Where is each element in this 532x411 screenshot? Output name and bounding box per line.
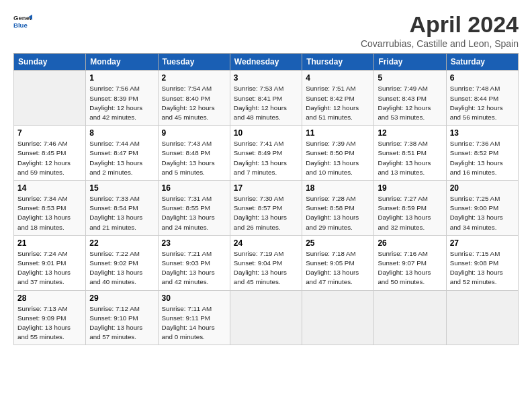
- day-info: Sunrise: 7:22 AM Sunset: 9:02 PM Dayligh…: [89, 249, 154, 287]
- calendar-cell: 1Sunrise: 7:56 AM Sunset: 8:39 PM Daylig…: [86, 71, 158, 126]
- day-info: Sunrise: 7:53 AM Sunset: 8:41 PM Dayligh…: [234, 84, 298, 122]
- day-info: Sunrise: 7:19 AM Sunset: 9:04 PM Dayligh…: [234, 249, 298, 287]
- calendar-cell: 22Sunrise: 7:22 AM Sunset: 9:02 PM Dayli…: [86, 235, 158, 290]
- calendar-cell: 7Sunrise: 7:46 AM Sunset: 8:45 PM Daylig…: [14, 126, 86, 181]
- day-number: 23: [162, 238, 226, 248]
- day-info: Sunrise: 7:16 AM Sunset: 9:07 PM Dayligh…: [378, 249, 442, 287]
- day-info: Sunrise: 7:28 AM Sunset: 8:58 PM Dayligh…: [306, 194, 370, 232]
- week-row-4: 21Sunrise: 7:24 AM Sunset: 9:01 PM Dayli…: [14, 235, 519, 290]
- day-number: 5: [378, 73, 442, 83]
- day-number: 20: [450, 183, 515, 193]
- col-thursday: Thursday: [302, 54, 374, 71]
- day-number: 10: [234, 128, 298, 138]
- day-number: 25: [306, 238, 370, 248]
- calendar-cell: 13Sunrise: 7:36 AM Sunset: 8:52 PM Dayli…: [446, 126, 518, 181]
- day-number: 17: [234, 183, 298, 193]
- day-info: Sunrise: 7:11 AM Sunset: 9:11 PM Dayligh…: [162, 304, 226, 342]
- day-info: Sunrise: 7:31 AM Sunset: 8:55 PM Dayligh…: [162, 194, 226, 232]
- calendar-cell: [14, 71, 86, 126]
- day-info: Sunrise: 7:34 AM Sunset: 8:53 PM Dayligh…: [17, 194, 82, 232]
- calendar-cell: 10Sunrise: 7:41 AM Sunset: 8:49 PM Dayli…: [230, 126, 302, 181]
- day-info: Sunrise: 7:46 AM Sunset: 8:45 PM Dayligh…: [17, 139, 82, 177]
- calendar-cell: 18Sunrise: 7:28 AM Sunset: 8:58 PM Dayli…: [302, 181, 374, 236]
- calendar-cell: 15Sunrise: 7:33 AM Sunset: 8:54 PM Dayli…: [86, 181, 158, 236]
- day-info: Sunrise: 7:33 AM Sunset: 8:54 PM Dayligh…: [89, 194, 154, 232]
- day-info: Sunrise: 7:36 AM Sunset: 8:52 PM Dayligh…: [450, 139, 515, 177]
- day-number: 21: [17, 238, 82, 248]
- day-number: 13: [450, 128, 515, 138]
- calendar-header-row: Sunday Monday Tuesday Wednesday Thursday…: [14, 54, 519, 71]
- day-number: 8: [89, 128, 154, 138]
- calendar-cell: 5Sunrise: 7:49 AM Sunset: 8:43 PM Daylig…: [374, 71, 446, 126]
- day-info: Sunrise: 7:12 AM Sunset: 9:10 PM Dayligh…: [89, 304, 154, 342]
- day-number: 11: [306, 128, 370, 138]
- day-info: Sunrise: 7:15 AM Sunset: 9:08 PM Dayligh…: [450, 249, 515, 287]
- day-number: 27: [450, 238, 515, 248]
- day-info: Sunrise: 7:41 AM Sunset: 8:49 PM Dayligh…: [234, 139, 298, 177]
- day-info: Sunrise: 7:21 AM Sunset: 9:03 PM Dayligh…: [162, 249, 226, 287]
- day-info: Sunrise: 7:30 AM Sunset: 8:57 PM Dayligh…: [234, 194, 298, 232]
- day-info: Sunrise: 7:13 AM Sunset: 9:09 PM Dayligh…: [17, 304, 82, 342]
- day-number: 14: [17, 183, 82, 193]
- calendar-cell: 20Sunrise: 7:25 AM Sunset: 9:00 PM Dayli…: [446, 181, 518, 236]
- svg-text:Blue: Blue: [13, 21, 28, 29]
- day-number: 30: [162, 293, 226, 303]
- day-info: Sunrise: 7:49 AM Sunset: 8:43 PM Dayligh…: [378, 84, 442, 122]
- col-monday: Monday: [86, 54, 158, 71]
- calendar-cell: 26Sunrise: 7:16 AM Sunset: 9:07 PM Dayli…: [374, 235, 446, 290]
- calendar-cell: 28Sunrise: 7:13 AM Sunset: 9:09 PM Dayli…: [14, 290, 86, 345]
- day-number: 1: [89, 73, 154, 83]
- calendar-cell: 6Sunrise: 7:48 AM Sunset: 8:44 PM Daylig…: [446, 71, 518, 126]
- day-info: Sunrise: 7:54 AM Sunset: 8:40 PM Dayligh…: [162, 84, 226, 122]
- day-info: Sunrise: 7:27 AM Sunset: 8:59 PM Dayligh…: [378, 194, 442, 232]
- header: General Blue April 2024 Covarrubias, Cas…: [13, 12, 519, 49]
- day-number: 29: [89, 293, 154, 303]
- day-info: Sunrise: 7:43 AM Sunset: 8:48 PM Dayligh…: [162, 139, 226, 177]
- calendar-cell: 25Sunrise: 7:18 AM Sunset: 9:05 PM Dayli…: [302, 235, 374, 290]
- day-number: 15: [89, 183, 154, 193]
- day-number: 18: [306, 183, 370, 193]
- page-title: April 2024: [361, 12, 519, 37]
- col-wednesday: Wednesday: [230, 54, 302, 71]
- week-row-3: 14Sunrise: 7:34 AM Sunset: 8:53 PM Dayli…: [14, 181, 519, 236]
- calendar-cell: 11Sunrise: 7:39 AM Sunset: 8:50 PM Dayli…: [302, 126, 374, 181]
- calendar-cell: [302, 290, 374, 345]
- calendar-cell: 23Sunrise: 7:21 AM Sunset: 9:03 PM Dayli…: [158, 235, 230, 290]
- calendar-table: Sunday Monday Tuesday Wednesday Thursday…: [13, 53, 519, 345]
- calendar-cell: 29Sunrise: 7:12 AM Sunset: 9:10 PM Dayli…: [86, 290, 158, 345]
- main-container: General Blue April 2024 Covarrubias, Cas…: [0, 0, 532, 352]
- day-info: Sunrise: 7:56 AM Sunset: 8:39 PM Dayligh…: [89, 84, 154, 122]
- day-info: Sunrise: 7:44 AM Sunset: 8:47 PM Dayligh…: [89, 139, 154, 177]
- calendar-cell: 21Sunrise: 7:24 AM Sunset: 9:01 PM Dayli…: [14, 235, 86, 290]
- calendar-cell: 17Sunrise: 7:30 AM Sunset: 8:57 PM Dayli…: [230, 181, 302, 236]
- day-number: 26: [378, 238, 442, 248]
- calendar-cell: 2Sunrise: 7:54 AM Sunset: 8:40 PM Daylig…: [158, 71, 230, 126]
- day-number: 6: [450, 73, 515, 83]
- day-number: 22: [89, 238, 154, 248]
- day-info: Sunrise: 7:51 AM Sunset: 8:42 PM Dayligh…: [306, 84, 370, 122]
- day-number: 19: [378, 183, 442, 193]
- week-row-5: 28Sunrise: 7:13 AM Sunset: 9:09 PM Dayli…: [14, 290, 519, 345]
- title-block: April 2024 Covarrubias, Castille and Leo…: [361, 12, 519, 49]
- day-number: 16: [162, 183, 226, 193]
- day-number: 12: [378, 128, 442, 138]
- day-number: 4: [306, 73, 370, 83]
- day-info: Sunrise: 7:38 AM Sunset: 8:51 PM Dayligh…: [378, 139, 442, 177]
- day-info: Sunrise: 7:25 AM Sunset: 9:00 PM Dayligh…: [450, 194, 515, 232]
- calendar-cell: 16Sunrise: 7:31 AM Sunset: 8:55 PM Dayli…: [158, 181, 230, 236]
- calendar-cell: 30Sunrise: 7:11 AM Sunset: 9:11 PM Dayli…: [158, 290, 230, 345]
- calendar-cell: 12Sunrise: 7:38 AM Sunset: 8:51 PM Dayli…: [374, 126, 446, 181]
- page-subtitle: Covarrubias, Castille and Leon, Spain: [361, 38, 519, 49]
- day-number: 7: [17, 128, 82, 138]
- day-number: 9: [162, 128, 226, 138]
- col-sunday: Sunday: [14, 54, 86, 71]
- logo-icon: General Blue: [13, 12, 32, 31]
- calendar-cell: 9Sunrise: 7:43 AM Sunset: 8:48 PM Daylig…: [158, 126, 230, 181]
- day-info: Sunrise: 7:48 AM Sunset: 8:44 PM Dayligh…: [450, 84, 515, 122]
- day-info: Sunrise: 7:18 AM Sunset: 9:05 PM Dayligh…: [306, 249, 370, 287]
- col-saturday: Saturday: [446, 54, 518, 71]
- calendar-cell: 3Sunrise: 7:53 AM Sunset: 8:41 PM Daylig…: [230, 71, 302, 126]
- day-info: Sunrise: 7:24 AM Sunset: 9:01 PM Dayligh…: [17, 249, 82, 287]
- calendar-cell: 19Sunrise: 7:27 AM Sunset: 8:59 PM Dayli…: [374, 181, 446, 236]
- col-friday: Friday: [374, 54, 446, 71]
